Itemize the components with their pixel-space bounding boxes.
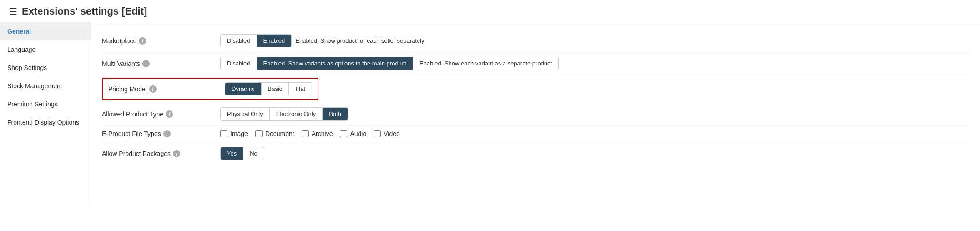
- no-btn[interactable]: No: [243, 147, 264, 160]
- electronic-only-btn[interactable]: Electronic Only: [270, 108, 323, 120]
- sidebar-item-general[interactable]: General: [0, 22, 91, 40]
- marketplace-controls: Disabled Enabled Enabled. Show product f…: [220, 34, 424, 47]
- pricing-model-btn-group: Dynamic Basic Flat: [225, 82, 312, 95]
- pricing-dynamic-btn[interactable]: Dynamic: [225, 83, 262, 95]
- header-icon: ☰: [9, 6, 17, 17]
- file-types-checkbox-group: Image Document Archive Audio: [220, 130, 400, 137]
- allowed-product-type-row: Allowed Product Type i Physical Only Ele…: [102, 103, 969, 126]
- marketplace-enabled-btn[interactable]: Enabled: [257, 35, 292, 47]
- image-checkbox-item[interactable]: Image: [220, 130, 248, 137]
- audio-checkbox[interactable]: [340, 130, 347, 137]
- marketplace-extra-text: Enabled. Show product for each seller se…: [295, 37, 424, 44]
- video-checkbox-item[interactable]: Video: [374, 130, 400, 137]
- allowed-product-type-label: Allowed Product Type i: [102, 110, 220, 118]
- video-checkbox[interactable]: [374, 130, 381, 137]
- allowed-product-type-info-icon[interactable]: i: [166, 110, 173, 118]
- eproduct-file-types-label: E-Product File Types i: [102, 130, 220, 137]
- allow-product-packages-btn-group: Yes No: [220, 147, 264, 160]
- sidebar-item-shop-settings[interactable]: Shop Settings: [0, 59, 91, 77]
- marketplace-row: Marketplace i Disabled Enabled Enabled. …: [102, 30, 969, 52]
- multi-variants-disabled-btn[interactable]: Disabled: [221, 57, 257, 70]
- image-checkbox[interactable]: [220, 130, 227, 137]
- marketplace-info-icon[interactable]: i: [139, 37, 146, 45]
- allow-product-packages-controls: Yes No: [220, 147, 264, 160]
- pricing-model-row-wrapper: Pricing Model i Dynamic Basic Flat: [102, 75, 969, 103]
- multi-variants-info-icon[interactable]: i: [142, 60, 150, 67]
- eproduct-file-types-controls: Image Document Archive Audio: [220, 130, 400, 137]
- main-content: Marketplace i Disabled Enabled Enabled. …: [91, 22, 980, 204]
- allow-product-packages-info-icon[interactable]: i: [173, 150, 180, 157]
- multi-variants-label: Multi Variants i: [102, 60, 220, 67]
- sidebar-item-stock-management[interactable]: Stock Management: [0, 77, 91, 95]
- pricing-model-controls: Dynamic Basic Flat: [225, 82, 312, 95]
- allowed-product-type-btn-group: Physical Only Electronic Only Both: [220, 107, 348, 121]
- marketplace-disabled-btn[interactable]: Disabled: [221, 35, 257, 47]
- eproduct-file-types-info-icon[interactable]: i: [163, 130, 171, 137]
- allowed-product-type-controls: Physical Only Electronic Only Both: [220, 107, 348, 121]
- pricing-basic-btn[interactable]: Basic: [262, 83, 289, 95]
- archive-checkbox-item[interactable]: Archive: [302, 130, 333, 137]
- page-title: Extensions' settings [Edit]: [22, 5, 147, 17]
- multi-variants-separate-btn[interactable]: Enabled. Show each variant as a separate…: [413, 57, 558, 70]
- page-header: ☰ Extensions' settings [Edit]: [0, 0, 980, 22]
- marketplace-btn-group: Disabled Enabled: [220, 34, 292, 47]
- marketplace-label: Marketplace i: [102, 37, 220, 45]
- pricing-model-label: Pricing Model i: [108, 85, 217, 93]
- multi-variants-btn-group: Disabled Enabled. Show variants as optio…: [220, 57, 559, 70]
- layout: General Language Shop Settings Stock Man…: [0, 22, 980, 204]
- both-btn[interactable]: Both: [323, 108, 348, 120]
- multi-variants-row: Multi Variants i Disabled Enabled. Show …: [102, 52, 969, 75]
- sidebar-item-language[interactable]: Language: [0, 40, 91, 59]
- pricing-model-info-icon[interactable]: i: [149, 85, 157, 93]
- multi-variants-controls: Disabled Enabled. Show variants as optio…: [220, 57, 559, 70]
- sidebar-item-premium-settings[interactable]: Premium Settings: [0, 95, 91, 113]
- audio-checkbox-item[interactable]: Audio: [340, 130, 366, 137]
- document-checkbox[interactable]: [255, 130, 263, 137]
- yes-btn[interactable]: Yes: [221, 147, 243, 160]
- sidebar: General Language Shop Settings Stock Man…: [0, 22, 91, 204]
- multi-variants-options-btn[interactable]: Enabled. Show variants as options to the…: [257, 57, 413, 70]
- physical-only-btn[interactable]: Physical Only: [221, 108, 270, 120]
- document-checkbox-item[interactable]: Document: [255, 130, 294, 137]
- sidebar-item-frontend-display[interactable]: Frontend Display Options: [0, 113, 91, 131]
- allow-product-packages-label: Allow Product Packages i: [102, 150, 220, 157]
- pricing-flat-btn[interactable]: Flat: [289, 83, 312, 95]
- pricing-model-container: Pricing Model i Dynamic Basic Flat: [102, 78, 318, 100]
- archive-checkbox[interactable]: [302, 130, 309, 137]
- allow-product-packages-row: Allow Product Packages i Yes No: [102, 142, 969, 165]
- eproduct-file-types-row: E-Product File Types i Image Document A: [102, 126, 969, 142]
